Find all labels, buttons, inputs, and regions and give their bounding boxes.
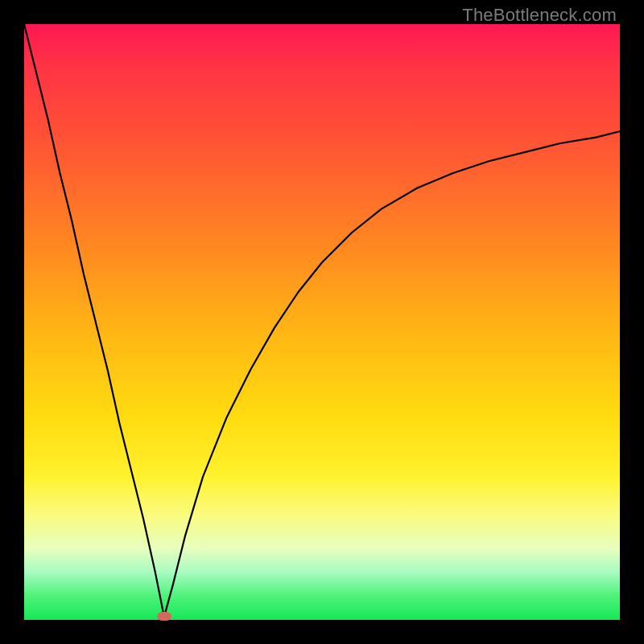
bottleneck-curve [24, 24, 620, 620]
chart-frame: TheBottleneck.com [0, 0, 644, 644]
watermark-text: TheBottleneck.com [462, 5, 617, 26]
plot-area [24, 24, 620, 620]
optimum-marker-icon [157, 612, 171, 621]
